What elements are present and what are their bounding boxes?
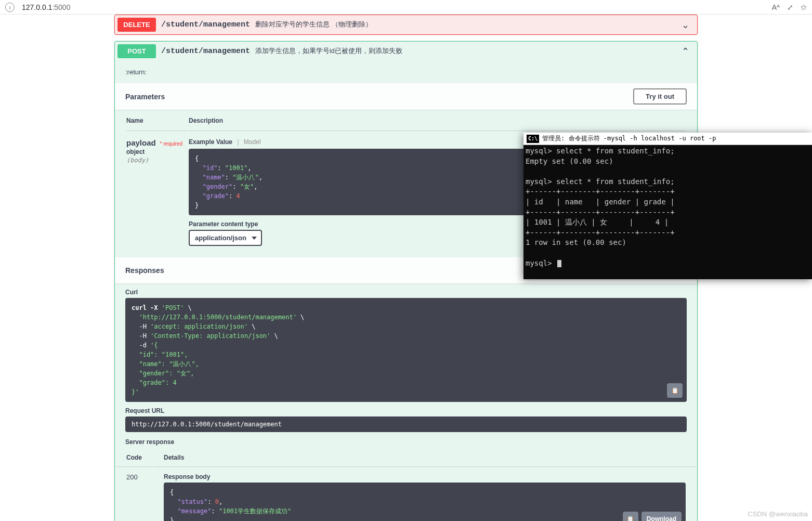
post-summary: 添加学生信息，如果学号id已被使用，则添加失败 [255,47,402,56]
parameters-header: Parameters Try it out [115,83,697,110]
responses-wrap: Curl curl -X 'POST' \ 'http://127.0.0.1:… [115,283,697,521]
responses-title: Responses [125,266,164,275]
favorite-icon[interactable]: ✩ [801,3,807,11]
delete-summary-row[interactable]: DELETE /student/management 删除对应学号的学生信息 （… [115,15,697,34]
cursor-block [557,260,561,267]
try-it-out-button[interactable]: Try it out [633,88,687,105]
cmd-icon: C:\ [527,135,539,143]
download-button[interactable]: Download [641,512,682,521]
url-text[interactable]: 127.0.0.1:5000 [22,3,70,11]
copy-response-button[interactable]: 📋 [623,512,638,521]
return-desc-text: :return: [125,68,147,76]
parameters-title: Parameters [125,93,165,101]
param-type: object [126,147,188,157]
required-star: * required [158,141,182,147]
tab-model[interactable]: Model [244,138,261,146]
tab-example-value[interactable]: Example Value [189,138,232,146]
opblock-delete: DELETE /student/management 删除对应学号的学生信息 （… [114,15,698,35]
terminal-title-prefix: 管理员: 命令提示符 - [542,134,607,143]
chevron-up-icon[interactable]: ⌃ [682,46,689,57]
terminal-window[interactable]: C:\ 管理员: 命令提示符 - mysql -h localhost -u r… [523,133,812,279]
request-url-value[interactable]: http://127.0.0.1:5000/student/management [125,416,687,432]
response-body-block[interactable]: { "status": 0, "message": "1001学生数据保存成功"… [164,483,686,521]
response-table: Code Details 200 Response body { "status… [115,448,697,521]
copy-curl-button[interactable]: 📋 [667,383,683,398]
col-details-header: Details [153,449,696,467]
curl-label: Curl [115,283,697,298]
post-description: :return: [115,61,697,83]
param-name: payload [126,138,156,147]
content-type-select[interactable]: application/json [189,230,262,246]
request-url-label: Request URL [115,402,697,416]
watermark: CSDN @wenxiaoba [748,510,808,518]
response-body-label: Response body [164,473,686,483]
post-summary-row[interactable]: POST /student/management 添加学生信息，如果学号id已被… [115,42,697,61]
terminal-body[interactable]: mysql> select * from student_info; Empty… [523,145,812,269]
content-type-select-wrap: application/json [189,230,262,246]
zoom-icon[interactable]: ⤢ [787,3,793,11]
browser-address-bar: i 127.0.0.1:5000 Aᴬ ⤢ ✩ [0,0,812,15]
opblock-post: POST /student/management 添加学生信息，如果学号id已被… [114,41,698,521]
server-response-label: Server response [115,432,697,448]
col-code-header: Code [116,449,152,467]
chevron-down-icon[interactable]: ⌄ [682,19,689,31]
col-desc-header: Description [189,111,686,131]
response-code: 200 [116,468,152,521]
delete-path: /student/management [161,20,250,29]
curl-block[interactable]: curl -X 'POST' \ 'http://127.0.0.1:5000/… [125,298,687,402]
delete-summary: 删除对应学号的学生信息 （物理删除） [255,20,372,29]
response-row: 200 Response body { "status": 0, "messag… [116,468,696,521]
read-aloud-icon[interactable]: Aᴬ [772,3,780,11]
col-name-header: Name [126,111,188,131]
terminal-title-cmd: mysql -h localhost -u root -p [607,134,716,143]
info-icon[interactable]: i [5,3,15,12]
method-badge-delete: DELETE [117,18,156,32]
method-badge-post: POST [117,44,156,58]
terminal-titlebar[interactable]: C:\ 管理员: 命令提示符 - mysql -h localhost -u r… [523,133,812,145]
param-in: (body) [126,157,188,164]
post-path: /student/management [161,47,250,56]
browser-right-icons: Aᴬ ⤢ ✩ [772,3,807,11]
